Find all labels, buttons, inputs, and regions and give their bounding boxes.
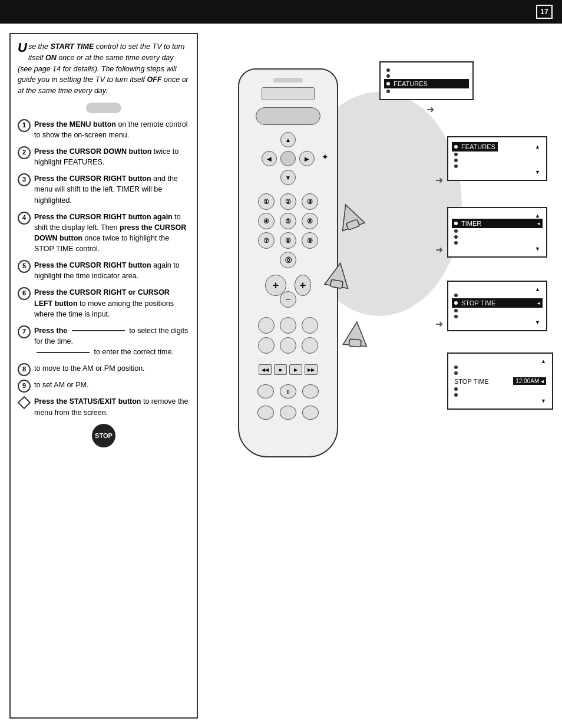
menu3-timer: TIMER ◂ bbox=[452, 219, 543, 228]
remote-display bbox=[262, 87, 315, 100]
step-6: 6 Press the CURSOR RIGHT or CURSOR LEFT … bbox=[18, 287, 190, 319]
screen-menu-2: FEATURES ▲ ▼ bbox=[447, 136, 547, 181]
lower-btn-5[interactable] bbox=[280, 337, 296, 354]
vol-plus2[interactable]: + bbox=[295, 275, 311, 296]
dot1 bbox=[386, 68, 390, 72]
step-2-text: Press the CURSOR DOWN button twice to hi… bbox=[34, 147, 178, 166]
lower-btn-2[interactable] bbox=[280, 317, 296, 334]
menu5-stoptime-label: STOP TIME bbox=[454, 378, 489, 385]
step-6-number: 6 bbox=[18, 287, 31, 300]
menu1-item4 bbox=[386, 88, 467, 94]
dot4 bbox=[386, 90, 390, 93]
step-8-number: 8 bbox=[18, 363, 31, 376]
menu4-item4 bbox=[454, 314, 540, 319]
key-7[interactable]: ⑦ bbox=[258, 232, 275, 249]
step-9: 9 to set AM or PM. bbox=[18, 380, 190, 390]
menu2-features: FEATURES bbox=[452, 142, 498, 151]
stop-icon: STOP bbox=[92, 424, 115, 447]
step-5: 5 Press the CURSOR RIGHT button again to… bbox=[18, 260, 190, 281]
dpad-down[interactable]: ▼ bbox=[280, 170, 296, 185]
menu5-time-value: 12:00AM ◂ bbox=[513, 377, 546, 385]
lower-row-1 bbox=[255, 317, 321, 334]
pause-left-btn[interactable] bbox=[257, 384, 274, 398]
key-1[interactable]: ① bbox=[258, 193, 275, 210]
dot2 bbox=[386, 74, 390, 78]
vol-minus[interactable]: − bbox=[280, 291, 296, 308]
lower-btn-1[interactable] bbox=[258, 317, 275, 334]
menu4-stoptime: STOP TIME ◂ bbox=[452, 298, 543, 308]
menu4-item1 bbox=[454, 292, 540, 298]
remote-speaker bbox=[273, 78, 303, 83]
menu1-item1 bbox=[386, 67, 467, 73]
menu5-item5 bbox=[454, 392, 546, 398]
transport-buttons: ◀◀ ■ ▶ ▶▶ bbox=[259, 364, 318, 375]
stop-btn[interactable]: ■ bbox=[274, 364, 287, 375]
key-6[interactable]: ⑥ bbox=[302, 213, 318, 229]
intro-text: Use the START TIME control to set the TV… bbox=[18, 41, 190, 97]
menu3-item2 bbox=[454, 228, 540, 234]
minus-icon[interactable]: − bbox=[280, 291, 296, 308]
menu5-item2 bbox=[454, 370, 546, 376]
ffwd-btn[interactable]: ▶▶ bbox=[305, 364, 318, 375]
key-0[interactable]: ⓪ bbox=[280, 252, 296, 268]
step-4-text: Press the CURSOR RIGHT button again to s… bbox=[34, 213, 186, 253]
step-8-text: to move to the AM or PM position. bbox=[34, 364, 145, 373]
step-4-number: 4 bbox=[18, 212, 31, 225]
key-9[interactable]: ⑨ bbox=[302, 232, 318, 249]
menu1-item3-highlighted: FEATURES bbox=[384, 79, 469, 88]
step-7-blank2 bbox=[37, 352, 90, 353]
step-7-blank1 bbox=[72, 330, 125, 331]
menu2-header: FEATURES ▲ bbox=[454, 142, 540, 151]
step-4: 4 Press the CURSOR RIGHT button again to… bbox=[18, 212, 190, 255]
numpad-row-1: ① ② ③ bbox=[255, 193, 321, 210]
star-icon: ✦ bbox=[322, 152, 329, 162]
pause-right-btn[interactable] bbox=[302, 384, 319, 398]
lower-btn-4[interactable] bbox=[258, 337, 275, 354]
step-7-number: 7 bbox=[18, 325, 31, 338]
play-btn[interactable]: ▶ bbox=[289, 364, 302, 375]
numpad-row-3: ⑦ ⑧ ⑨ bbox=[255, 232, 321, 249]
hand-3 bbox=[336, 315, 375, 355]
step-1: 1 Press the MENU button on the remote co… bbox=[18, 119, 190, 140]
menu5-arrow-down: ▼ bbox=[454, 398, 546, 404]
pause-row: ⏸ bbox=[257, 384, 319, 398]
menu4-arrow-down: ▼ bbox=[454, 319, 540, 325]
connect-arrow-3: ➜ bbox=[435, 244, 443, 255]
step-1-text: Press the MENU button on the remote cont… bbox=[34, 120, 188, 139]
step-7-text: Press the to select the digits for the t… bbox=[34, 327, 188, 356]
bottom-btn-2[interactable] bbox=[280, 406, 296, 420]
step-7: 7 Press the to select the digits for the… bbox=[18, 325, 190, 357]
key-8[interactable]: ⑧ bbox=[280, 232, 296, 249]
rewind-btn[interactable]: ◀◀ bbox=[259, 364, 272, 375]
bottom-row bbox=[257, 406, 319, 420]
step-9-number: 9 bbox=[18, 380, 31, 393]
step-diamond-icon bbox=[18, 396, 31, 409]
remote-oval-btn[interactable] bbox=[256, 107, 320, 125]
main-content: Use the START TIME control to set the TV… bbox=[0, 24, 562, 728]
key-3[interactable]: ③ bbox=[302, 193, 318, 210]
screen-menu-3: ▲ TIMER ◂ ▼ bbox=[447, 207, 547, 258]
step-5-text: Press the CURSOR RIGHT button again to h… bbox=[34, 261, 180, 280]
menu3-arrow: ◂ bbox=[537, 220, 540, 226]
step-3-text: Press the CURSOR RIGHT button and the me… bbox=[34, 174, 178, 204]
dpad-center[interactable] bbox=[280, 151, 296, 166]
dpad-up[interactable]: ▲ bbox=[280, 132, 296, 147]
header-bar: 17 bbox=[0, 0, 562, 24]
lower-btn-3[interactable] bbox=[302, 317, 318, 334]
dpad-left[interactable]: ◀ bbox=[262, 151, 277, 166]
key-2[interactable]: ② bbox=[280, 193, 296, 210]
numpad: ① ② ③ ④ ⑤ ⑥ ⑦ ⑧ ⑨ ⓪ bbox=[255, 193, 321, 271]
key-5[interactable]: ⑤ bbox=[280, 213, 296, 229]
step-2: 2 Press the CURSOR DOWN button twice to … bbox=[18, 146, 190, 167]
menu2-arrow-down: ▼ bbox=[454, 169, 540, 175]
bottom-btn-1[interactable] bbox=[257, 406, 274, 420]
dpad-right[interactable]: ▶ bbox=[299, 151, 315, 166]
menu3-arrow-down: ▼ bbox=[454, 246, 540, 252]
page-number: 17 bbox=[536, 5, 553, 19]
pause-btn[interactable]: ⏸ bbox=[280, 384, 296, 398]
lower-btn-6[interactable] bbox=[302, 337, 318, 354]
bottom-btn-3[interactable] bbox=[302, 406, 319, 420]
key-4[interactable]: ④ bbox=[258, 213, 275, 229]
menu5-item3: STOP TIME 12:00AM ◂ bbox=[454, 376, 546, 386]
connect-arrow-1: ➜ bbox=[427, 104, 434, 115]
